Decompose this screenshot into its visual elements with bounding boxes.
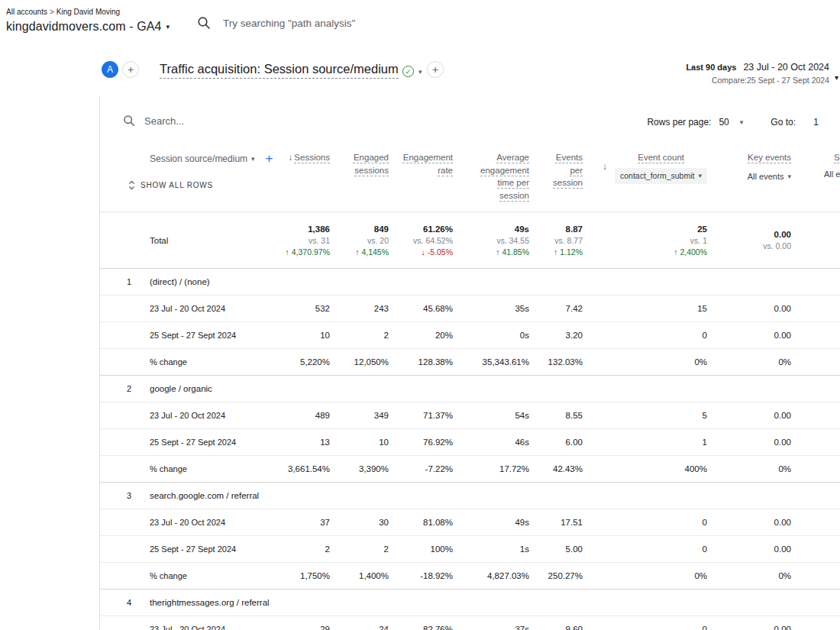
group-label: 3search.google.com / referral <box>100 491 840 500</box>
cell-value: 9.60 <box>529 625 583 630</box>
cell-value: 45.68% <box>389 304 453 313</box>
search-icon <box>123 115 135 127</box>
cell-value: 10 <box>330 438 389 447</box>
row-index: 2 <box>127 384 150 393</box>
row-index: 3 <box>127 491 150 500</box>
column-header-engagement-rate[interactable]: Engagement rate <box>389 145 453 212</box>
table-data-row: 23 Jul - 20 Oct 202448934971.37%54s8.555… <box>100 402 840 429</box>
cell-value: 5 <box>583 411 707 420</box>
partial-selector-value: All e <box>824 169 840 181</box>
comparison-chip[interactable]: A <box>102 61 118 78</box>
cell-value: 0.00 <box>707 518 791 527</box>
row-dimension-value: therightmessages.org / referral <box>150 598 270 607</box>
column-header-sessions[interactable]: ↓Sessions <box>279 145 330 212</box>
title-caret-icon[interactable]: ▾ <box>418 69 422 76</box>
breadcrumb-all-accounts[interactable]: All accounts <box>6 8 47 16</box>
cell-value: 82.76% <box>389 625 453 630</box>
cell-value: 7.42 <box>529 304 583 313</box>
cell-value: 0.00 <box>707 438 791 447</box>
row-dimension-value: google / organic <box>150 384 212 393</box>
show-all-rows-button[interactable]: SHOW ALL ROWS <box>128 180 213 190</box>
cell-value: 0% <box>583 357 707 367</box>
table-data-row: % change3,661.54%3,390%-7.22%17.72%42.43… <box>100 456 840 483</box>
compare-range-value: Compare:25 Sept - 27 Sept 2024 <box>686 76 829 85</box>
collapse-caret-icon[interactable]: ▾ <box>835 73 838 82</box>
cell-value: 15 <box>583 304 707 313</box>
property-selector[interactable]: kingdavidmovers.com - GA4 ▾ <box>6 20 170 34</box>
date-range-selector[interactable]: Last 90 days 23 Jul - 20 Oct 2024 Compar… <box>686 62 829 85</box>
pagination-controls: Rows per page: 50 ▾ Go to: 1 <box>647 117 819 128</box>
dimension-selector[interactable]: Session source/medium ▾ <box>150 153 255 164</box>
group-label: 4therightmessages.org / referral <box>100 598 840 607</box>
cell-value: 81.08% <box>389 518 453 527</box>
global-search-placeholder: Try searching "path analysis" <box>223 18 355 29</box>
total-vs-value: vs. 1 <box>690 236 707 245</box>
rows-per-page-select[interactable]: 50 ▾ <box>719 117 743 128</box>
total-change-value: ↑ 1.12% <box>554 247 583 257</box>
column-header-event-count[interactable]: ↓ Event count contact_form_submit ▾ <box>583 145 707 212</box>
dimension-header: Session source/medium ▾ + SHOW ALL ROWS <box>100 145 279 212</box>
cell-value: 0 <box>583 544 707 554</box>
cell-value: 37s <box>453 625 529 630</box>
row-index: 4 <box>127 598 150 607</box>
cell-value: 0.00 <box>707 411 791 420</box>
cell-value: 3,661.54% <box>279 464 330 473</box>
row-label: 25 Sept - 27 Sept 2024 <box>100 544 279 554</box>
rows-per-page-label: Rows per page: <box>647 117 711 128</box>
table-data-row: 23 Jul - 20 Oct 2024292482.76%37s9.6000.… <box>100 616 840 630</box>
cell-value: 0% <box>707 357 791 367</box>
cell-value: 6.00 <box>529 438 583 447</box>
cell-value: 5.00 <box>529 544 583 554</box>
event-count-selector[interactable]: contact_form_submit ▾ <box>615 168 707 184</box>
column-header-events-per-session[interactable]: Events per session <box>529 145 583 212</box>
cell-value: 8.55 <box>529 411 583 420</box>
column-header-key-events[interactable]: Key events All events ▾ <box>707 145 791 212</box>
table-header: Session source/medium ▾ + SHOW ALL ROWS … <box>100 145 840 212</box>
total-vs-value: vs. 8.77 <box>554 236 583 245</box>
cell-value: 0.00 <box>707 625 791 630</box>
column-header-engaged-sessions[interactable]: Engaged sessions <box>330 145 389 212</box>
row-label: 25 Sept - 27 Sept 2024 <box>100 438 279 447</box>
cell-value: 128.38% <box>389 357 453 367</box>
key-events-selector[interactable]: All events ▾ <box>748 171 791 183</box>
table-data-row: 23 Jul - 20 Oct 2024373081.08%49s17.5100… <box>100 509 840 536</box>
column-label: Engaged sessions <box>354 153 389 175</box>
row-dimension-value: search.google.com / referral <box>150 491 259 500</box>
cell-value: 0% <box>707 464 791 473</box>
cell-value: 17.51 <box>529 518 583 527</box>
breadcrumb-account[interactable]: King David Moving <box>57 8 120 16</box>
caret-down-icon: ▾ <box>251 156 255 163</box>
total-vs-value: vs. 34.55 <box>496 236 529 245</box>
cell-value: 0 <box>583 518 707 527</box>
global-search[interactable]: Try searching "path analysis" <box>197 16 355 30</box>
breadcrumb-separator: > <box>50 8 54 16</box>
cell-value: 349 <box>330 411 389 420</box>
table-data-row: 25 Sept - 27 Sept 202422100%1s5.0000.00 <box>100 536 840 563</box>
cell-value: 250.27% <box>529 571 583 580</box>
total-value: 61.26% <box>423 225 453 234</box>
goto-label: Go to: <box>771 117 796 128</box>
verified-check-icon: ✓ <box>402 66 414 77</box>
add-report-button[interactable]: + <box>427 61 444 78</box>
row-label: % change <box>100 571 279 580</box>
caret-down-icon: ▾ <box>698 173 702 179</box>
add-comparison-button[interactable]: + <box>122 61 139 78</box>
event-count-selector-value: contact_form_submit <box>620 170 694 182</box>
cell-value: 400% <box>583 464 707 473</box>
property-name: kingdavidmovers.com - GA4 <box>6 20 161 34</box>
goto-page-input[interactable]: 1 <box>808 117 819 128</box>
total-cell: 61.26%vs. 64.52%↓ -5.05% <box>389 212 453 268</box>
column-label: Sessions <box>294 153 330 162</box>
table-group-row: 4therightmessages.org / referral <box>100 590 840 616</box>
sort-desc-icon: ↓ <box>288 152 292 163</box>
table-search[interactable]: Search... <box>123 115 184 127</box>
column-header-partial: S All e <box>791 145 840 212</box>
cell-value: 2 <box>330 544 389 554</box>
add-dimension-button[interactable]: + <box>266 151 273 166</box>
breadcrumb: All accounts>King David Moving <box>6 8 120 16</box>
column-header-avg-engagement-time[interactable]: Average engagement time per session <box>453 145 529 212</box>
cell-value: 49s <box>453 518 529 527</box>
cell-value: 3,390% <box>330 464 389 473</box>
column-label: Average engagement time per session <box>480 153 529 200</box>
cell-value: 20% <box>389 331 453 340</box>
